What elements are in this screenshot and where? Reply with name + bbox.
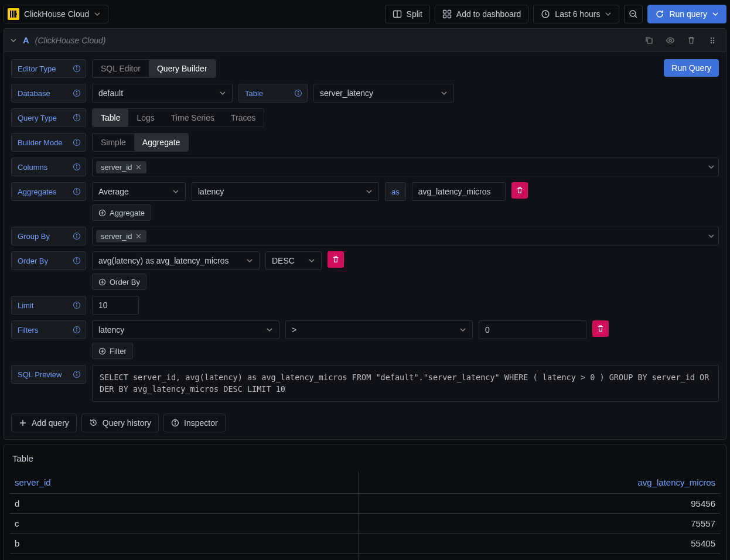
svg-rect-7 — [443, 11, 446, 13]
svg-point-28 — [76, 91, 77, 92]
add-filter-button[interactable]: Filter — [92, 343, 133, 359]
svg-rect-9 — [443, 15, 446, 18]
aggregate-func-select[interactable]: Average — [92, 182, 186, 201]
chevron-down-icon — [366, 188, 373, 195]
eye-icon[interactable] — [663, 33, 678, 48]
chevron-down-icon — [712, 11, 719, 18]
svg-point-52 — [76, 259, 77, 259]
query-history-button[interactable]: Query history — [81, 414, 159, 432]
add-aggregate-button[interactable]: Aggregate — [92, 204, 151, 221]
info-icon[interactable] — [73, 326, 81, 334]
datasource-picker[interactable]: ClickHouse Cloud — [4, 5, 108, 23]
as-label: as — [385, 182, 406, 201]
sql-preview-box: SELECT server_id, avg(latency) as avg_la… — [92, 365, 719, 402]
svg-point-20 — [713, 39, 714, 40]
editor-type-builder[interactable]: Query Builder — [149, 60, 216, 77]
split-icon — [393, 9, 402, 19]
remove-tag-icon[interactable]: ✕ — [135, 163, 142, 172]
editor-type-toggle: SQL Editor Query Builder — [92, 59, 216, 78]
column-tag: server_id ✕ — [96, 161, 146, 173]
run-query-button[interactable]: Run query — [647, 5, 726, 23]
chevron-down-icon — [246, 257, 253, 264]
builder-mode-simple[interactable]: Simple — [93, 134, 134, 151]
info-icon[interactable] — [73, 232, 81, 240]
filter-op-select[interactable]: > — [285, 320, 473, 339]
delete-filter-button[interactable] — [592, 320, 609, 337]
info-icon[interactable] — [73, 257, 81, 265]
clock-icon — [541, 9, 550, 19]
drag-handle-icon[interactable] — [705, 33, 720, 48]
label-database: Database — [11, 84, 86, 103]
svg-point-72 — [175, 421, 175, 421]
info-icon[interactable] — [73, 64, 81, 73]
order-by-dir-select[interactable]: DESC — [265, 251, 322, 270]
group-by-input[interactable]: server_id ✕ — [92, 227, 719, 245]
query-letter: A — [23, 35, 29, 45]
filter-column-select[interactable]: latency — [92, 320, 279, 339]
delete-aggregate-button[interactable] — [511, 182, 528, 199]
results-panel: Table server_id avg_latency_micros d9545… — [4, 445, 726, 561]
time-range-picker[interactable]: Last 6 hours — [533, 5, 619, 23]
info-icon[interactable] — [73, 163, 81, 171]
run-query-inline-button[interactable]: Run Query — [664, 59, 719, 77]
col-header-avg-latency[interactable]: avg_latency_micros — [359, 472, 720, 494]
table-row: b55405 — [10, 533, 720, 553]
svg-point-18 — [713, 37, 714, 38]
label-builder-mode: Builder Mode — [11, 133, 86, 152]
chevron-down-icon — [94, 11, 101, 18]
svg-point-61 — [76, 328, 77, 329]
info-icon — [171, 419, 179, 427]
query-name[interactable]: (ClickHouse Cloud) — [35, 36, 106, 45]
builder-mode-toggle: Simple Aggregate — [92, 133, 189, 152]
label-sql-preview: SQL Preview — [11, 365, 86, 384]
info-icon[interactable] — [294, 89, 302, 97]
table-select[interactable]: server_latency — [313, 84, 454, 103]
svg-point-25 — [76, 67, 77, 67]
chevron-down-icon — [708, 163, 715, 170]
query-type-traces[interactable]: Traces — [223, 109, 264, 127]
label-table: Table — [238, 84, 308, 103]
info-icon[interactable] — [73, 301, 81, 309]
label-query-type: Query Type — [11, 108, 86, 127]
filter-value-input[interactable] — [479, 320, 586, 339]
inspector-button[interactable]: Inspector — [163, 414, 226, 432]
svg-point-49 — [76, 234, 77, 235]
database-select[interactable]: default — [92, 84, 233, 103]
plus-circle-icon — [98, 347, 106, 355]
trash-icon[interactable] — [684, 33, 699, 48]
aggregate-column-select[interactable]: latency — [192, 182, 379, 201]
info-icon[interactable] — [73, 114, 81, 122]
query-type-logs[interactable]: Logs — [128, 109, 162, 127]
info-icon[interactable] — [73, 370, 81, 378]
chevron-down-icon — [219, 90, 226, 97]
svg-rect-1 — [12, 11, 13, 18]
order-by-expr-select[interactable]: avg(latency) as avg_latency_micros — [92, 251, 260, 270]
info-icon[interactable] — [73, 89, 81, 97]
columns-input[interactable]: server_id ✕ — [92, 158, 719, 176]
query-type-toggle: Table Logs Time Series Traces — [92, 108, 264, 127]
add-orderby-button[interactable]: Order By — [92, 274, 146, 290]
split-button[interactable]: Split — [385, 5, 430, 23]
add-to-dashboard-button[interactable]: Add to dashboard — [435, 5, 529, 23]
label-limit: Limit — [11, 296, 86, 315]
svg-point-22 — [713, 42, 714, 43]
col-header-server-id[interactable]: server_id — [10, 472, 358, 494]
editor-type-sql[interactable]: SQL Editor — [93, 60, 149, 77]
collapse-toggle[interactable] — [10, 37, 17, 44]
zoom-out-button[interactable] — [624, 5, 643, 23]
add-query-button[interactable]: Add query — [11, 414, 77, 432]
copy-icon[interactable] — [642, 33, 657, 48]
query-type-table[interactable]: Table — [93, 109, 128, 127]
delete-orderby-button[interactable] — [328, 251, 344, 268]
builder-mode-aggregate[interactable]: Aggregate — [134, 134, 189, 151]
query-type-timeseries[interactable]: Time Series — [163, 109, 223, 127]
svg-rect-8 — [448, 11, 451, 13]
aggregate-alias-input[interactable] — [412, 182, 506, 201]
remove-tag-icon[interactable]: ✕ — [135, 232, 142, 241]
limit-input[interactable] — [92, 296, 139, 315]
trash-icon — [332, 255, 340, 264]
label-columns: Columns — [11, 158, 86, 176]
svg-point-19 — [711, 39, 712, 40]
info-icon[interactable] — [73, 187, 81, 196]
info-icon[interactable] — [73, 138, 81, 146]
